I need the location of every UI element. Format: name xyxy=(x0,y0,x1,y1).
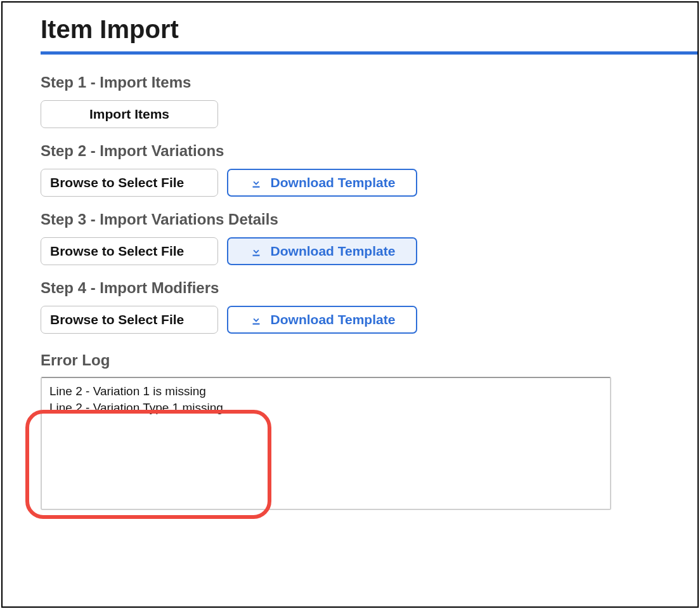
error-log-heading: Error Log xyxy=(41,351,697,369)
step4-browse-button[interactable]: Browse to Select File xyxy=(41,306,218,334)
page-title: Item Import xyxy=(41,15,697,44)
step3-download-template-button[interactable]: Download Template xyxy=(227,237,417,265)
step3-heading: Step 3 - Import Variations Details xyxy=(41,211,697,228)
svg-rect-1 xyxy=(252,255,259,256)
title-divider xyxy=(41,51,699,55)
error-log-line: Line 2 - Variation Type 1 missing. xyxy=(49,400,602,416)
step3-browse-label: Browse to Select File xyxy=(50,244,184,259)
step1-heading: Step 1 - Import Items xyxy=(41,74,697,91)
step2-browse-label: Browse to Select File xyxy=(50,175,184,190)
step2-download-template-button[interactable]: Download Template xyxy=(227,169,417,197)
step4-heading: Step 4 - Import Modifiers xyxy=(41,279,697,297)
error-log-box[interactable]: Line 2 - Variation 1 is missing Line 2 -… xyxy=(41,377,611,510)
step2-browse-button[interactable]: Browse to Select File xyxy=(41,169,218,197)
step4-download-label: Download Template xyxy=(271,312,396,327)
item-import-panel: Item Import Step 1 - Import Items Import… xyxy=(1,1,699,608)
download-icon xyxy=(249,313,263,327)
step3-browse-button[interactable]: Browse to Select File xyxy=(41,237,218,265)
step4-download-template-button[interactable]: Download Template xyxy=(227,306,417,334)
svg-rect-2 xyxy=(252,324,259,325)
error-log-line: Line 2 - Variation 1 is missing xyxy=(49,383,602,400)
download-icon xyxy=(249,244,263,258)
download-icon xyxy=(249,176,263,190)
svg-rect-0 xyxy=(252,187,259,188)
step2-heading: Step 2 - Import Variations xyxy=(41,142,697,160)
import-items-label: Import Items xyxy=(89,107,169,122)
import-items-button[interactable]: Import Items xyxy=(41,100,218,128)
step3-download-label: Download Template xyxy=(271,244,396,259)
step2-download-label: Download Template xyxy=(271,175,396,190)
step4-browse-label: Browse to Select File xyxy=(50,312,184,327)
